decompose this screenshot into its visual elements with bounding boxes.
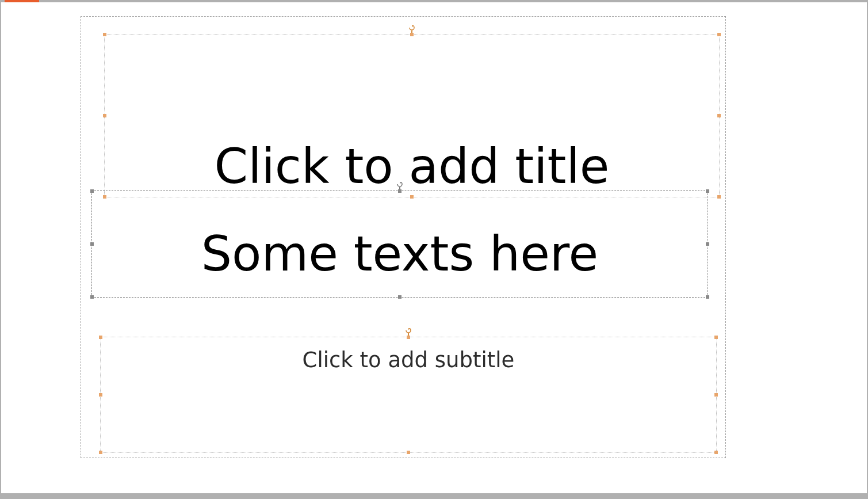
title-placeholder[interactable]: Click to add title <box>104 34 720 197</box>
resize-handle[interactable] <box>717 114 721 117</box>
resize-handle[interactable] <box>398 295 402 299</box>
resize-handle[interactable] <box>103 33 106 36</box>
title-placeholder-text[interactable]: Click to add title <box>105 138 719 195</box>
resize-handle[interactable] <box>717 33 721 36</box>
resize-handle[interactable] <box>714 336 718 339</box>
rotate-handle-icon[interactable] <box>409 25 415 33</box>
resize-handle[interactable] <box>407 451 410 454</box>
resize-handle[interactable] <box>99 451 102 454</box>
subtitle-placeholder[interactable]: Click to add subtitle <box>100 337 717 453</box>
resize-handle[interactable] <box>398 189 402 193</box>
resize-handle[interactable] <box>714 451 718 454</box>
rotate-handle-icon[interactable] <box>406 328 411 336</box>
rotate-handle-icon[interactable] <box>397 182 403 190</box>
textbox-text[interactable]: Some texts here <box>92 226 708 282</box>
resize-handle[interactable] <box>410 33 414 36</box>
resize-handle[interactable] <box>99 336 102 339</box>
resize-handle[interactable] <box>407 336 410 339</box>
slide-canvas[interactable]: Click to add title Some texts here <box>81 16 726 458</box>
resize-handle[interactable] <box>103 114 106 117</box>
resize-handle[interactable] <box>714 393 718 397</box>
resize-handle[interactable] <box>90 295 94 299</box>
resize-handle[interactable] <box>717 195 721 199</box>
slide-edit-workspace[interactable]: Click to add title Some texts here <box>1 2 867 493</box>
resize-handle[interactable] <box>90 189 94 193</box>
resize-handle[interactable] <box>706 189 709 193</box>
resize-handle[interactable] <box>99 393 102 397</box>
textbox-selected[interactable]: Some texts here <box>91 191 708 298</box>
resize-handle[interactable] <box>706 295 709 299</box>
subtitle-placeholder-text[interactable]: Click to add subtitle <box>101 348 716 372</box>
